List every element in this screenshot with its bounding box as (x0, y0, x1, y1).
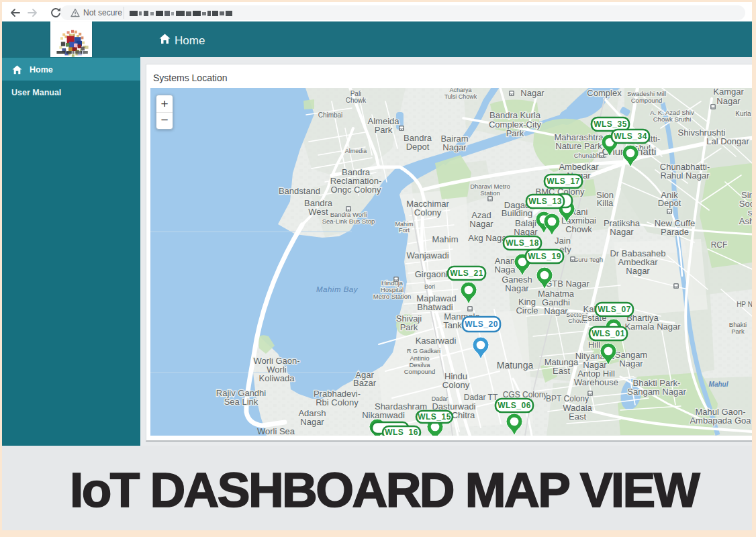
svg-text:WLS_17: WLS_17 (547, 177, 580, 186)
svg-text:Almedia: Almedia (345, 148, 367, 154)
svg-text:Killa: Killa (597, 198, 614, 208)
svg-text:Sea-Link Bus Stop: Sea-Link Bus Stop (322, 217, 375, 225)
svg-text:WLS_01: WLS_01 (592, 329, 625, 338)
svg-text:Colony: Colony (414, 207, 442, 217)
svg-text:Park: Park (400, 322, 418, 332)
svg-text:Chowk Sruthi: Chowk Sruthi (653, 115, 692, 123)
svg-text:Nagar: Nagar (505, 283, 529, 293)
svg-text:Nagar: Nagar (300, 417, 324, 427)
svg-text:WLS_34: WLS_34 (614, 132, 647, 141)
svg-text:WLS_35: WLS_35 (594, 119, 627, 129)
svg-text:Fort: Fort (399, 227, 410, 234)
svg-text:Kurla: Kurla (735, 110, 751, 117)
svg-text:WLS_07: WLS_07 (598, 305, 631, 314)
svg-text:Kasarwadi: Kasarwadi (416, 336, 457, 346)
svg-text:West: West (308, 207, 328, 217)
svg-text:Nagar: Nagar (469, 219, 493, 229)
svg-text:WLS_21: WLS_21 (450, 268, 483, 278)
svg-text:BPT Colony: BPT Colony (546, 394, 589, 403)
svg-text:Complex: Complex (587, 88, 622, 98)
svg-text:Park: Park (375, 125, 393, 135)
svg-text:Mahim Bay: Mahim Bay (316, 285, 359, 293)
svg-text:Nagar: Nagar (610, 227, 634, 237)
svg-text:WLS_19: WLS_19 (528, 252, 561, 261)
svg-text:Guru Tegh: Guru Tegh (573, 256, 603, 263)
svg-text:Parade: Parade (661, 227, 689, 237)
svg-text:Nagar: Nagar (716, 96, 741, 106)
svg-text:Worli Sea: Worli Sea (257, 426, 295, 436)
svg-text:Kamala Nagar: Kamala Nagar (624, 322, 681, 332)
svg-text:Rahul Nagar: Rahul Nagar (661, 170, 710, 181)
svg-text:Chimbai: Chimbai (318, 111, 343, 119)
svg-text:Nikamwadi: Nikamwadi (362, 410, 405, 420)
svg-text:Building: Building (502, 208, 532, 218)
svg-text:RCF: RCF (711, 240, 728, 250)
svg-text:Mahim: Mahim (432, 234, 458, 244)
svg-text:R G Gadkari: R G Gadkari (407, 348, 440, 354)
svg-text:WLS_16: WLS_16 (385, 428, 418, 436)
svg-text:Koliwada: Koliwada (259, 373, 295, 383)
svg-text:Nagar: Nagar (520, 88, 545, 98)
svg-text:Station: Station (480, 189, 500, 197)
svg-text:Park: Park (731, 328, 745, 335)
svg-text:Compound: Compound (631, 97, 662, 104)
svg-text:WLS_06: WLS_06 (498, 401, 531, 410)
svg-text:Sea Link: Sea Link (224, 397, 258, 407)
svg-text:Metro Station: Metro Station (373, 293, 412, 300)
svg-text:Chitra: Chitra (452, 410, 475, 420)
svg-text:Ambapada Goa: Ambapada Goa (690, 416, 751, 426)
svg-text:Nagar: Nagar (544, 306, 568, 316)
svg-text:Warehouse: Warehouse (574, 377, 618, 387)
svg-text:Compound: Compound (404, 368, 435, 375)
svg-text:Bandra Kurla: Bandra Kurla (489, 110, 541, 120)
svg-text:WLS_18: WLS_18 (506, 238, 539, 248)
svg-text:Depot: Depot (658, 198, 681, 208)
svg-text:Bazar: Bazar (353, 378, 377, 388)
svg-text:Bandstand: Bandstand (279, 186, 320, 196)
svg-text:Nagar: Nagar (626, 266, 650, 276)
svg-text:Wanjawadi: Wanjawadi (406, 250, 448, 260)
svg-text:HP N: HP N (737, 301, 752, 308)
svg-text:Tulsi Chowk: Tulsi Chowk (444, 93, 477, 100)
svg-text:Chowk: Chowk (346, 97, 367, 104)
svg-text:Park: Park (506, 128, 524, 138)
svg-text:GTB Nagar: GTB Nagar (545, 279, 589, 289)
svg-text:Circle: Circle (516, 305, 538, 315)
svg-text:Bhatwadi: Bhatwadi (417, 302, 453, 312)
svg-text:Girgaonk: Girgaonk (415, 269, 451, 279)
svg-text:WLS_13: WLS_13 (528, 197, 562, 206)
svg-text:Sangam Nagar: Sangam Nagar (627, 387, 686, 397)
svg-text:Nagar: Nagar (619, 358, 643, 369)
svg-text:Lal Dongar: Lal Dongar (706, 136, 749, 146)
svg-text:Chowk: Chowk (565, 224, 592, 234)
svg-text:WLS_15: WLS_15 (418, 412, 451, 422)
svg-text:Bori: Bori (424, 283, 435, 290)
svg-text:East: East (569, 411, 586, 422)
svg-text:Ash: Ash (739, 216, 752, 226)
svg-text:Mahul: Mahul (709, 381, 728, 388)
svg-text:Tank: Tank (443, 320, 462, 330)
svg-text:Depot: Depot (406, 142, 430, 152)
svg-text:Rbi Colony: Rbi Colony (316, 397, 359, 407)
svg-text:Dadar TT: Dadar TT (464, 393, 498, 402)
svg-text:Matunga: Matunga (497, 360, 534, 371)
svg-text:Nagar: Nagar (442, 142, 467, 152)
svg-text:Nature Park: Nature Park (555, 141, 602, 151)
svg-text:WLS_20: WLS_20 (465, 320, 498, 329)
svg-text:Naga: Naga (494, 264, 516, 275)
svg-text:Acharya: Acharya (449, 88, 471, 93)
svg-text:Ongc Colony: Ongc Colony (330, 185, 381, 195)
svg-text:East: East (553, 366, 570, 376)
svg-text:Colony: Colony (442, 380, 470, 390)
